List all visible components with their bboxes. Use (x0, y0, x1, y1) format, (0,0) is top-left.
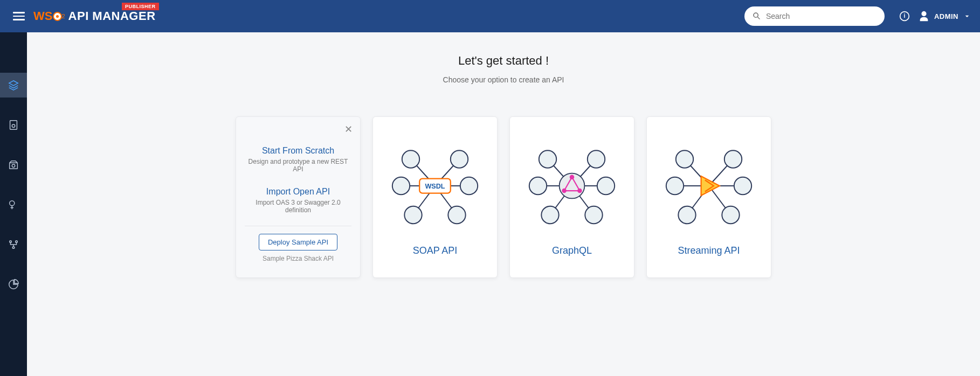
help-icon[interactable]: i (894, 6, 915, 26)
svg-point-34 (585, 206, 602, 224)
graphql-diagram-icon (523, 137, 620, 234)
svg-text:WSDL: WSDL (425, 183, 445, 190)
layers-icon (8, 79, 19, 91)
deploy-sample-button[interactable]: Deploy Sample API (259, 234, 337, 250)
start-from-scratch-link[interactable]: Start From Scratch (262, 146, 334, 156)
sidebar (0, 32, 27, 376)
app-name: API MANAGER (68, 9, 156, 23)
svg-point-32 (597, 177, 615, 194)
avatar-icon (918, 10, 930, 22)
main-content: Let's get started ! Choose your option t… (27, 32, 980, 376)
divider (245, 226, 351, 226)
file-gear-icon (8, 119, 19, 131)
svg-point-31 (529, 177, 547, 194)
key-icon (8, 199, 19, 211)
publisher-badge: PUBLISHER (122, 3, 159, 10)
svg-point-18 (460, 177, 478, 194)
svg-point-15 (402, 150, 419, 168)
import-openapi-sub: Import OAS 3 or Swagger 2.0 definition (245, 199, 351, 214)
svg-point-4 (12, 164, 15, 168)
svg-point-5 (10, 201, 15, 206)
svg-point-20 (448, 206, 465, 224)
box-gear-icon (8, 159, 19, 171)
header: PUBLISHER WS 2 API MANAGER i ADMIN (0, 0, 980, 32)
svg-point-30 (588, 150, 605, 168)
flow-icon (8, 239, 19, 250)
svg-point-16 (451, 150, 468, 168)
soap-diagram-icon: WSDL (387, 137, 484, 234)
card-streaming-api[interactable]: Streaming API (646, 116, 771, 278)
layout: Let's get started ! Choose your option t… (0, 32, 980, 376)
logo-o-icon (53, 12, 62, 21)
streaming-diagram-icon (660, 137, 757, 234)
svg-rect-1 (10, 121, 17, 130)
card-graphql[interactable]: GraphQL (509, 116, 634, 278)
svg-point-19 (404, 206, 422, 224)
svg-point-33 (541, 206, 558, 224)
logo-ws-text: WS (33, 9, 52, 23)
sample-sub: Sample Pizza Shack API (263, 255, 334, 262)
svg-text:i: i (904, 13, 906, 19)
svg-rect-3 (10, 163, 18, 169)
search-container (744, 6, 885, 26)
svg-point-45 (676, 150, 693, 168)
user-name: ADMIN (934, 12, 958, 20)
sidebar-item-policies[interactable] (0, 232, 27, 257)
card-graphql-label: GraphQL (552, 245, 592, 256)
logo[interactable]: PUBLISHER WS 2 API MANAGER (33, 9, 156, 23)
sidebar-item-scopes[interactable] (0, 192, 27, 217)
card-rest-api: ✕ Start From Scratch Design and prototyp… (236, 116, 361, 278)
svg-point-38 (562, 189, 565, 192)
page-subtitle: Choose your option to create an API (27, 75, 980, 84)
page-title: Let's get started ! (27, 54, 980, 68)
svg-point-47 (666, 177, 684, 194)
svg-point-37 (578, 189, 581, 192)
import-openapi-link[interactable]: Import Open API (266, 187, 330, 197)
svg-point-46 (724, 150, 742, 168)
user-menu[interactable]: ADMIN (918, 10, 971, 22)
svg-point-50 (722, 206, 739, 224)
card-streaming-label: Streaming API (678, 245, 740, 256)
chevron-down-icon (963, 12, 971, 20)
sidebar-item-products[interactable] (0, 152, 27, 177)
svg-point-8 (12, 247, 15, 249)
logo-sub-text: 2 (61, 13, 65, 19)
search-input[interactable] (766, 12, 877, 20)
card-soap-label: SOAP API (413, 245, 458, 256)
sidebar-item-services[interactable] (0, 113, 27, 137)
svg-point-48 (734, 177, 751, 194)
card-soap-api[interactable]: WSDL SOAP API (372, 116, 498, 278)
sidebar-item-analytics[interactable] (0, 272, 27, 297)
card-row: ✕ Start From Scratch Design and prototyp… (27, 116, 980, 278)
svg-point-6 (10, 241, 12, 243)
search-icon (752, 11, 762, 21)
svg-point-17 (392, 177, 410, 194)
menu-icon[interactable] (9, 8, 29, 25)
start-from-scratch-sub: Design and prototype a new REST API (245, 158, 351, 173)
svg-point-29 (539, 150, 556, 168)
sidebar-item-apis[interactable] (0, 73, 27, 98)
svg-point-7 (16, 241, 18, 243)
close-icon[interactable]: ✕ (344, 123, 353, 135)
svg-point-49 (678, 206, 695, 224)
pie-chart-icon (8, 278, 19, 290)
svg-point-36 (570, 176, 574, 179)
svg-point-2 (12, 124, 15, 128)
